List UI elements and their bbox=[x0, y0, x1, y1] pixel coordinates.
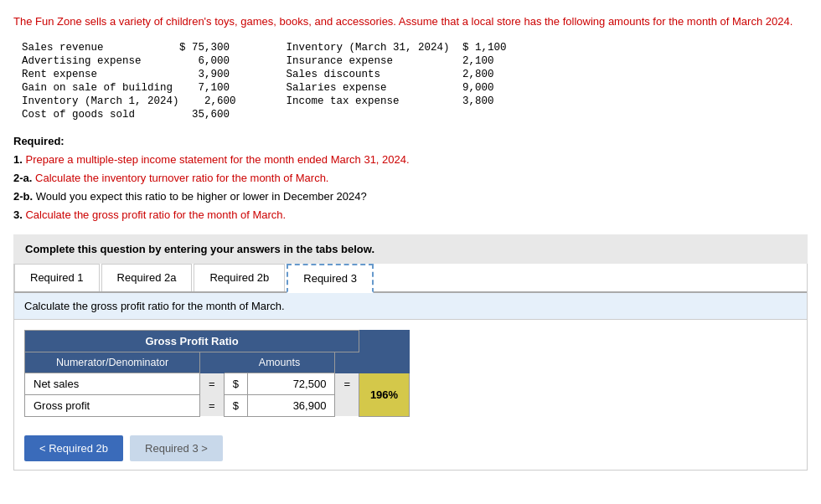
data-value: 35,600 bbox=[179, 109, 230, 121]
req-num: 2-b. bbox=[13, 190, 33, 203]
data-value: $ 1,100 bbox=[457, 42, 507, 54]
next-button[interactable]: Required 3 > bbox=[130, 435, 223, 461]
tab-required-1[interactable]: Required 1 bbox=[14, 264, 100, 291]
required-item: 1. Prepare a multiple-step income statem… bbox=[13, 151, 808, 169]
req-text: Calculate the inventory turnover ratio f… bbox=[35, 172, 328, 184]
intro-paragraph: The Fun Zone sells a variety of children… bbox=[13, 13, 808, 30]
required-heading: Required: bbox=[13, 135, 65, 147]
table-col2-header: Amounts bbox=[224, 352, 335, 373]
tabs-row: Required 1Required 2aRequired 2bRequired… bbox=[14, 264, 807, 293]
data-row: Insurance expense2,100 bbox=[287, 55, 507, 67]
required-item: 2-b. Would you expect this ratio to be h… bbox=[13, 188, 808, 206]
data-value: 3,900 bbox=[179, 69, 230, 80]
dollar-sign: $ bbox=[224, 394, 247, 416]
req-text: Prepare a multiple-step income statement… bbox=[25, 153, 409, 166]
data-row: Income tax expense3,800 bbox=[287, 95, 507, 107]
tab-required-2b[interactable]: Required 2b bbox=[194, 264, 285, 291]
data-label: Sales discounts bbox=[287, 69, 437, 80]
data-row: Gain on sale of building7,100 bbox=[22, 82, 236, 94]
required-section: Required: 1. Prepare a multiple-step inc… bbox=[13, 132, 808, 224]
amount-value[interactable]: 72,500 bbox=[247, 373, 335, 394]
data-row: Inventory (March 1, 2024)2,600 bbox=[22, 95, 236, 107]
data-label: Insurance expense bbox=[287, 55, 437, 67]
amount-value[interactable]: 36,900 bbox=[247, 394, 335, 416]
equals-sign2 bbox=[335, 394, 359, 416]
data-value: 9,000 bbox=[444, 82, 494, 94]
data-value: 2,800 bbox=[444, 69, 494, 80]
required-item: 2-a. Calculate the inventory turnover ra… bbox=[13, 169, 808, 188]
result-cell: 196% bbox=[359, 373, 410, 416]
data-label: Inventory (March 31, 2024) bbox=[287, 42, 450, 54]
req-num: 2-a. bbox=[13, 172, 32, 184]
data-row: Inventory (March 31, 2024)$ 1,100 bbox=[287, 42, 507, 54]
nav-buttons: < Required 2b Required 3 > bbox=[14, 427, 807, 470]
tab-content-description: Calculate the gross profit ratio for the… bbox=[14, 293, 807, 320]
data-value: 2,100 bbox=[444, 55, 494, 67]
data-value: 2,600 bbox=[186, 95, 236, 107]
data-label: Advertising expense bbox=[22, 55, 173, 67]
data-value: 6,000 bbox=[179, 55, 230, 67]
data-label: Cost of goods sold bbox=[22, 109, 173, 121]
data-label: Inventory (March 1, 2024) bbox=[22, 95, 179, 107]
data-value: 7,100 bbox=[179, 82, 230, 94]
left-column: Sales revenue$ 75,300Advertising expense… bbox=[22, 42, 236, 121]
table-row: Net sales = $ 72,500 = 196% bbox=[25, 373, 410, 394]
right-column: Inventory (March 31, 2024)$ 1,100Insuran… bbox=[287, 42, 507, 121]
tab-required-3[interactable]: Required 3 bbox=[287, 264, 374, 293]
data-row: Sales discounts2,800 bbox=[287, 69, 507, 80]
gross-profit-table: Gross Profit Ratio Numerator/Denominator… bbox=[24, 330, 410, 417]
table-wrapper: Gross Profit Ratio Numerator/Denominator… bbox=[14, 320, 807, 427]
data-label: Gain on sale of building bbox=[22, 82, 173, 94]
data-table: Sales revenue$ 75,300Advertising expense… bbox=[13, 42, 808, 121]
tabs-area: Required 1Required 2aRequired 2bRequired… bbox=[13, 264, 808, 471]
table-row: Gross profit = $ 36,900 bbox=[25, 394, 410, 416]
dollar-sign: $ bbox=[224, 373, 247, 394]
data-label: Rent expense bbox=[22, 69, 173, 80]
table-main-header: Gross Profit Ratio bbox=[25, 330, 359, 352]
data-value: $ 75,300 bbox=[179, 42, 230, 54]
required-item: 3. Calculate the gross profit ratio for … bbox=[13, 206, 808, 224]
table-equals-header2 bbox=[335, 352, 359, 373]
equals-sign2: = bbox=[335, 373, 359, 394]
equals-sign: = bbox=[200, 373, 225, 394]
data-row: Rent expense3,900 bbox=[22, 69, 236, 80]
data-value: 3,800 bbox=[444, 95, 494, 107]
req-text: Calculate the gross profit ratio for the… bbox=[25, 208, 286, 221]
req-num: 3. bbox=[13, 208, 23, 221]
row-label: Gross profit bbox=[25, 394, 200, 416]
data-row: Salaries expense9,000 bbox=[287, 82, 507, 94]
table-result-header-blank bbox=[359, 330, 410, 352]
tab-required-2a[interactable]: Required 2a bbox=[101, 264, 193, 291]
data-label: Sales revenue bbox=[22, 42, 173, 54]
instruction-box: Complete this question by entering your … bbox=[13, 234, 808, 264]
equals-sign: = bbox=[200, 394, 225, 416]
data-row: Cost of goods sold35,600 bbox=[22, 109, 236, 121]
table-result-blank bbox=[359, 352, 410, 373]
table-equals-header bbox=[200, 352, 225, 373]
prev-button[interactable]: < Required 2b bbox=[24, 435, 123, 461]
data-label: Salaries expense bbox=[287, 82, 437, 94]
data-row: Sales revenue$ 75,300 bbox=[22, 42, 236, 54]
data-row: Advertising expense6,000 bbox=[22, 55, 236, 67]
row-label: Net sales bbox=[25, 373, 200, 394]
table-col1-header: Numerator/Denominator bbox=[25, 352, 200, 373]
req-num: 1. bbox=[13, 153, 23, 166]
data-label: Income tax expense bbox=[287, 95, 437, 107]
